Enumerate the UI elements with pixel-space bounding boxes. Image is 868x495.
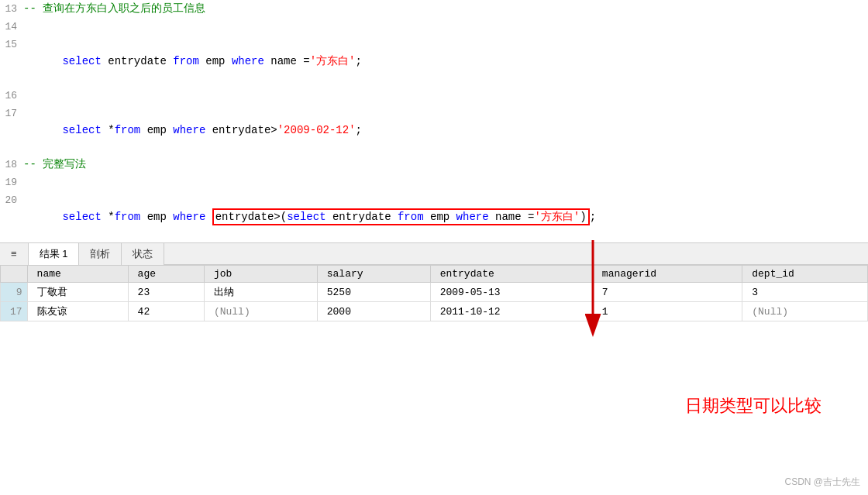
col-header-name: name: [27, 266, 128, 283]
keyword-from-sub: from: [398, 211, 424, 223]
keyword-from-1: from: [173, 55, 199, 67]
cell-name-1: 丁敬君: [27, 283, 128, 302]
annotation-area: 日期类型可以比较: [685, 394, 822, 418]
keyword-from-2: from: [115, 124, 141, 136]
code-content-16: [23, 87, 868, 104]
keyword-select-sub: select: [287, 211, 326, 223]
code-line-17: 17 select *from emp where entrydate>'200…: [0, 105, 868, 156]
col-header-managerid: managerid: [592, 266, 742, 283]
code-content-20: select *from emp where entrydate>(select…: [23, 191, 868, 242]
tab-profile[interactable]: 剖析: [79, 243, 122, 265]
tab-status[interactable]: 状态: [122, 243, 164, 265]
cell-age-2: 42: [128, 302, 204, 321]
null-deptid: (Null): [752, 306, 788, 318]
cell-name-2: 陈友谅: [27, 302, 128, 321]
line-num-20: 20: [0, 192, 23, 209]
subquery-highlight: entrydate>(select entrydate from emp whe…: [212, 208, 590, 225]
line-num-19: 19: [0, 174, 23, 191]
col-header-id: [1, 266, 28, 283]
cell-job-1: 出纳: [204, 283, 317, 302]
code-content-19: [23, 174, 868, 191]
code-line-14: 14: [0, 18, 868, 36]
col-header-entrydate: entrydate: [430, 266, 592, 283]
string-val-2: '2009-02-12': [277, 124, 356, 136]
result-table: name age job salary entrydate managerid …: [0, 265, 868, 321]
cell-deptid-1: 3: [742, 283, 868, 302]
row-num-1: 9: [1, 283, 28, 302]
code-line-13: 13 -- 查询在方东白入职之后的员工信息: [0, 0, 868, 18]
keyword-where-1: where: [232, 55, 264, 67]
keyword-where-2: where: [173, 124, 205, 136]
line-num-18: 18: [0, 156, 23, 174]
code-line-16: 16: [0, 87, 868, 105]
code-content-18: -- 完整写法: [23, 156, 868, 173]
watermark: CSDN @吉士先生: [784, 476, 860, 489]
line-num-14: 14: [0, 19, 23, 36]
table-header-row: name age job salary entrydate managerid …: [1, 266, 868, 283]
cell-deptid-2: (Null): [742, 302, 868, 321]
cell-entrydate-1: 2009-05-13: [430, 283, 592, 302]
results-area: name age job salary entrydate managerid …: [0, 265, 868, 321]
keyword-select-2: select: [62, 124, 101, 136]
col-header-dept-id: dept_id: [742, 266, 868, 283]
code-content-15: select entrydate from emp where name ='方…: [23, 36, 868, 87]
cell-salary-1: 5250: [317, 283, 430, 302]
line-num-13: 13: [0, 1, 23, 18]
code-line-15: 15 select entrydate from emp where name …: [0, 36, 868, 87]
keyword-where-sub: where: [456, 211, 489, 223]
code-area: 13 -- 查询在方东白入职之后的员工信息 14 15 select entry…: [0, 0, 868, 243]
cell-managerid-2: 1: [592, 302, 742, 321]
string-val-1: '方东白': [310, 55, 356, 67]
line-num-15: 15: [0, 36, 23, 53]
cell-age-1: 23: [128, 283, 204, 302]
tabs-bar: ≡ 结果 1 剖析 状态: [0, 243, 868, 265]
line-num-17: 17: [0, 105, 23, 122]
code-line-19: 19: [0, 174, 868, 191]
row-num-2: 17: [1, 302, 28, 321]
code-content-17: select *from emp where entrydate>'2009-0…: [23, 105, 868, 156]
col-header-age: age: [128, 266, 204, 283]
table-row: 17 陈友谅 42 (Null) 2000 2011-10-12 1 (Null…: [1, 302, 868, 321]
cell-managerid-1: 7: [592, 283, 742, 302]
code-content-14: [23, 18, 868, 35]
cell-entrydate-2: 2011-10-12: [430, 302, 592, 321]
keyword-where-3: where: [173, 211, 205, 223]
code-line-20: 20 select *from emp where entrydate>(sel…: [0, 191, 868, 242]
string-val-sub: '方东白': [534, 211, 580, 223]
keyword-from-3: from: [115, 211, 141, 223]
cell-salary-2: 2000: [317, 302, 430, 321]
down-arrow-icon: [577, 240, 608, 341]
tab-menu[interactable]: ≡: [0, 243, 29, 265]
keyword-select-1: select: [62, 55, 101, 67]
annotation-text: 日期类型可以比较: [685, 396, 822, 415]
cell-job-2: (Null): [204, 302, 317, 321]
col-header-salary: salary: [317, 266, 430, 283]
line-num-16: 16: [0, 88, 23, 105]
keyword-select-3: select: [62, 211, 101, 223]
code-content-13: -- 查询在方东白入职之后的员工信息: [23, 0, 868, 17]
table-row: 9 丁敬君 23 出纳 5250 2009-05-13 7 3: [1, 283, 868, 302]
arrow-area: [577, 240, 608, 344]
null-job: (Null): [214, 306, 250, 318]
code-line-18: 18 -- 完整写法: [0, 156, 868, 174]
col-header-job: job: [204, 266, 317, 283]
tab-results[interactable]: 结果 1: [29, 243, 80, 265]
